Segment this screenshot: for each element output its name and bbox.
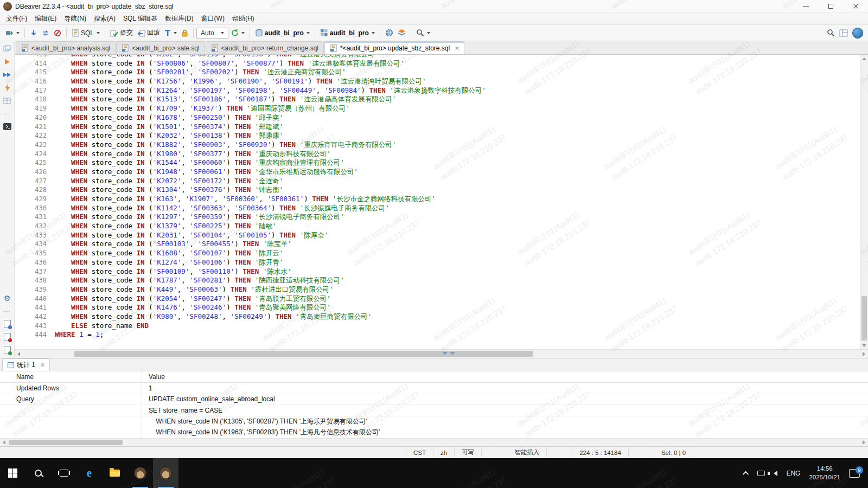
overflow-dots-icon[interactable]: ··· <box>3 306 12 316</box>
tab-close-icon[interactable] <box>455 46 459 50</box>
status-cell[interactable]: 可写 <box>455 449 482 457</box>
code-line[interactable]: 431 WHEN store_code IN ('K1297', 'SF0035… <box>15 213 860 222</box>
file-explorer-button[interactable] <box>102 458 127 488</box>
editor-horizontal-scrollbar[interactable] <box>15 349 868 358</box>
status-cell[interactable]: zh <box>433 449 455 457</box>
quick-access-search-button[interactable] <box>825 27 837 38</box>
code-line[interactable]: 414 WHEN store_code IN ('SF00806', 'SF00… <box>15 59 860 68</box>
dbeaver-taskbar-button[interactable] <box>127 458 153 488</box>
status-cell[interactable]: 智能插入 <box>507 449 547 457</box>
tab-close-icon[interactable] <box>40 363 44 367</box>
dbeaver-community-button[interactable] <box>850 26 865 40</box>
stats-row[interactable]: WHEN store_code IN ('K1963', 'SF00283') … <box>0 427 868 438</box>
schema-selector[interactable]: audit_bi_pro <box>318 27 377 38</box>
stack-button[interactable] <box>395 27 408 38</box>
log-doc-button[interactable] <box>3 332 12 342</box>
stats-row[interactable]: WHEN store_code IN ('K1305', 'SF00287') … <box>0 416 868 428</box>
code-line[interactable]: 443 ELSE store_name END <box>15 322 860 331</box>
code-line[interactable]: 440 WHEN store_code IN ('K2054', 'SF0024… <box>15 294 860 304</box>
code-line[interactable]: 425 WHEN store_code IN ('K1544', 'SF0006… <box>15 158 860 168</box>
scroll-thumb[interactable] <box>9 440 123 445</box>
cancel-button[interactable] <box>52 28 63 38</box>
scroll-thumb[interactable] <box>861 296 867 341</box>
editor-tab[interactable]: *<audit_bi_pro> update_sbz_store.sql <box>324 41 464 54</box>
menu-item[interactable]: 数据库(D) <box>161 13 197 24</box>
editor-tab[interactable]: <audit_bi_pro> analysis.sql <box>16 41 116 54</box>
fetch-button[interactable] <box>28 28 40 38</box>
notification-button[interactable]: 9 <box>845 458 864 488</box>
start-button[interactable] <box>0 458 25 488</box>
editor-vertical-scrollbar[interactable] <box>860 55 868 349</box>
menu-item[interactable]: 窗口(W) <box>197 13 228 24</box>
compare-button[interactable] <box>383 27 395 38</box>
input-language-button[interactable]: ENG <box>782 458 804 488</box>
code-line[interactable]: 422 WHEN store_code IN ('K2032', 'SF0013… <box>15 131 860 140</box>
clock[interactable]: 14:56 2025/10/21 <box>805 458 844 488</box>
commit-button[interactable]: 提交 <box>108 27 135 39</box>
code-line[interactable]: 417 WHEN store_code IN ('K1264', 'SF0019… <box>15 86 860 95</box>
stats-row[interactable]: Updated Rows1 <box>0 383 868 394</box>
dbeaver-taskbar-button-active[interactable] <box>153 458 178 488</box>
menu-item[interactable]: 编辑(E) <box>31 13 60 24</box>
explain-plan-button[interactable] <box>3 83 12 92</box>
sync-button[interactable] <box>40 28 52 38</box>
panel-sash-grip[interactable] <box>442 352 455 355</box>
output-doc-button[interactable] <box>3 345 12 355</box>
export-doc-button[interactable] <box>3 319 12 329</box>
sql-editor-dropdown[interactable]: SQL <box>69 27 102 38</box>
overflow-dots-icon[interactable]: ··· <box>3 109 12 118</box>
code-line[interactable]: 434 WHEN store_code IN ('SF00103', 'SF00… <box>15 240 860 249</box>
code-line[interactable]: 442 WHEN store_code IN ('K980', 'SF00248… <box>15 312 860 322</box>
statistics-tab[interactable]: 统计 1 <box>2 358 50 371</box>
device-tray-button[interactable] <box>754 458 769 488</box>
code-line[interactable]: 438 WHEN store_code IN ('K1787', 'SF0028… <box>15 276 860 285</box>
scroll-up-arrow[interactable] <box>860 55 868 62</box>
terminal-button[interactable] <box>3 122 12 131</box>
column-header-value[interactable]: Value <box>142 373 868 381</box>
volume-button[interactable] <box>770 458 781 488</box>
code-line[interactable]: 432 WHEN store_code IN ('K1379', 'SF0022… <box>15 222 860 231</box>
minimize-button[interactable] <box>793 0 818 12</box>
code-line[interactable]: 424 WHEN store_code IN ('K1980', 'SF0037… <box>15 150 860 159</box>
scroll-thumb[interactable] <box>74 351 533 357</box>
lock-button[interactable] <box>179 28 190 38</box>
task-view-button[interactable] <box>51 458 76 488</box>
close-button[interactable] <box>843 0 868 12</box>
stats-row[interactable]: SET store_name = CASE <box>0 405 868 416</box>
tray-expand-button[interactable] <box>741 458 752 488</box>
menu-item[interactable]: 搜索(A) <box>90 13 119 24</box>
auto-commit-combo[interactable]: Auto <box>196 28 228 38</box>
scroll-right-arrow[interactable] <box>860 439 868 446</box>
ie-browser-button[interactable]: e <box>76 458 102 488</box>
code-line[interactable]: 437 WHEN store_code IN ('SF00109', 'SF00… <box>15 267 860 277</box>
stats-row[interactable]: QueryUPDATE custom_online_sale_abroad_lo… <box>0 394 868 406</box>
code-line[interactable]: 433 WHEN store_code IN ('K2031', 'SF0010… <box>15 231 860 240</box>
editor-tab[interactable]: <audit_bi_pro> sale.sql <box>116 41 205 54</box>
result-grid-button[interactable] <box>3 96 12 105</box>
code-line[interactable]: 444WHERE 1 = 1; <box>15 330 860 339</box>
new-connection-button[interactable] <box>3 27 22 39</box>
status-cell[interactable]: Sel: 0 | 0 <box>654 449 693 457</box>
code-line[interactable]: 427 WHEN store_code IN ('K2072', 'SF0017… <box>15 177 860 186</box>
code-line[interactable]: 439 WHEN store_code IN ('K449', 'SF00063… <box>15 285 860 294</box>
code-line[interactable]: 426 WHEN store_code IN ('K1948', 'SF0006… <box>15 168 860 177</box>
code-line[interactable]: 430 WHEN store_code IN ('K1142', 'SF0036… <box>15 204 860 213</box>
code-line[interactable]: 413 WHEN store_code IN ('K162', 'SF00195… <box>15 55 860 59</box>
code-line[interactable]: 421 WHEN store_code IN ('K1501', 'SF0037… <box>15 123 860 132</box>
code-line[interactable]: 415 WHEN store_code IN ('SF00201', 'SF00… <box>15 68 860 77</box>
code-line[interactable]: 419 WHEN store_code IN ('K1709', 'K1937'… <box>15 104 860 113</box>
code-line[interactable]: 429 WHEN store_code IN ('K163', 'K1907',… <box>15 195 860 204</box>
scroll-left-arrow[interactable] <box>0 439 8 446</box>
menu-item[interactable]: 导航(N) <box>60 13 90 24</box>
execute-script-button[interactable] <box>3 70 12 79</box>
rollback-button[interactable]: 回滚 <box>135 27 162 39</box>
execute-statement-button[interactable] <box>3 57 12 66</box>
menu-item[interactable]: SQL 编辑器 <box>119 13 161 24</box>
code-line[interactable]: 435 WHEN store_code IN ('K1608', 'SF0010… <box>15 249 860 258</box>
panel-horizontal-scrollbar[interactable] <box>0 438 868 446</box>
database-selector[interactable]: audit_bi_pro <box>253 27 312 38</box>
transaction-mode-dropdown[interactable] <box>162 28 179 38</box>
search-dropdown[interactable] <box>414 27 432 38</box>
refresh-dropdown[interactable] <box>228 27 247 38</box>
code-line[interactable]: 441 WHEN store_code IN ('K1476', 'SF0024… <box>15 303 860 312</box>
